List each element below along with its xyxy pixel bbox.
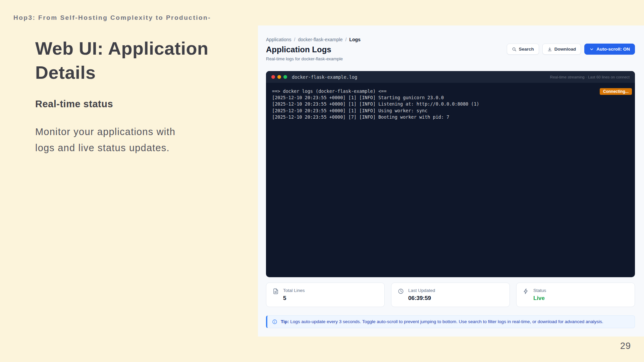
lightning-icon (523, 288, 529, 294)
slide-header: Hop3: From Self-Hosting Complexity to Pr… (13, 14, 211, 21)
search-button[interactable]: Search (507, 44, 539, 55)
terminal-header: docker-flask-example.log Real-time strea… (266, 71, 635, 83)
tip-bar: Tip: Logs auto-update every 3 seconds. T… (266, 315, 635, 328)
stat-label: Total Lines (283, 288, 305, 293)
slide-title: Web UI: Application Details (35, 36, 250, 84)
info-icon (272, 319, 277, 324)
tip-prefix: Tip: (281, 319, 289, 324)
chevron-down-icon (589, 47, 594, 52)
breadcrumb-separator: / (294, 37, 296, 43)
slide-subtitle: Real-time status (35, 99, 257, 110)
app-header: Applications / docker-flask-example / Lo… (266, 37, 635, 62)
terminal-traffic-lights (271, 75, 287, 79)
log-line: [2025-12-10 20:23:55 +0000] [1] [INFO] L… (272, 101, 629, 107)
stat-card-last-updated: Last Updated 06:39:59 (391, 283, 510, 307)
terminal-streaming-status: Real-time streaming · Last 60 lines on c… (550, 75, 630, 79)
breadcrumb-item-logs: Logs (349, 37, 360, 43)
log-line: [2025-12-10 20:23:55 +0000] [1] [INFO] S… (272, 95, 629, 101)
terminal-dot-green-icon (283, 75, 287, 79)
terminal-dot-red-icon (271, 75, 275, 79)
download-button[interactable]: Download (542, 44, 581, 55)
app-screenshot-panel: Applications / docker-flask-example / Lo… (258, 25, 644, 337)
autoscroll-toggle-button[interactable]: Auto-scroll: ON (584, 44, 635, 55)
breadcrumb-item-app-name[interactable]: docker-flask-example (298, 37, 342, 43)
stat-label: Status (533, 288, 546, 293)
slide-text-block: Web UI: Application Details Real-time st… (35, 36, 257, 156)
page-subtitle: Real-time logs for docker-flask-example (266, 56, 361, 62)
stats-row: Total Lines 5 Last Updated 06:39:59 Stat… (266, 283, 635, 307)
stat-value: 5 (283, 295, 305, 302)
stat-card-total-lines: Total Lines 5 (266, 283, 385, 307)
stat-value: 06:39:59 (408, 295, 435, 302)
clock-icon (398, 288, 404, 294)
breadcrumb-item-applications[interactable]: Applications (266, 37, 291, 43)
log-line: ==> docker logs (docker-flask-example) <… (272, 88, 629, 95)
log-line: [2025-12-10 20:23:55 +0000] [1] [INFO] U… (272, 108, 629, 114)
app-header-left: Applications / docker-flask-example / Lo… (266, 37, 361, 62)
stat-card-status: Status Live (516, 283, 635, 307)
log-line: [2025-12-10 20:23:55 +0000] [7] [INFO] B… (272, 114, 629, 120)
terminal-title: docker-flask-example.log (292, 74, 357, 80)
connecting-badge: Connecting... (600, 88, 632, 95)
terminal-log-area[interactable]: ==> docker logs (docker-flask-example) <… (266, 83, 635, 126)
breadcrumb: Applications / docker-flask-example / Lo… (266, 37, 361, 43)
page-number: 29 (620, 341, 631, 351)
tip-body: Logs auto-update every 3 seconds. Toggle… (290, 319, 603, 324)
download-button-label: Download (554, 47, 576, 52)
tip-text: Tip: Logs auto-update every 3 seconds. T… (281, 319, 603, 325)
search-icon (512, 47, 517, 52)
download-icon (547, 47, 552, 52)
terminal-dot-yellow-icon (277, 75, 281, 79)
page-title: Application Logs (266, 45, 361, 54)
stat-label: Last Updated (408, 288, 435, 293)
breadcrumb-separator: / (345, 37, 346, 43)
status-live-value: Live (533, 295, 546, 302)
search-button-label: Search (519, 47, 534, 52)
slide-body-text: Monitor your applications with logs and … (35, 124, 193, 156)
document-icon (273, 288, 279, 294)
autoscroll-button-label: Auto-scroll: ON (596, 47, 630, 52)
toolbar: Search Download Auto-scroll: ON (507, 44, 635, 55)
log-terminal: docker-flask-example.log Real-time strea… (266, 71, 635, 277)
